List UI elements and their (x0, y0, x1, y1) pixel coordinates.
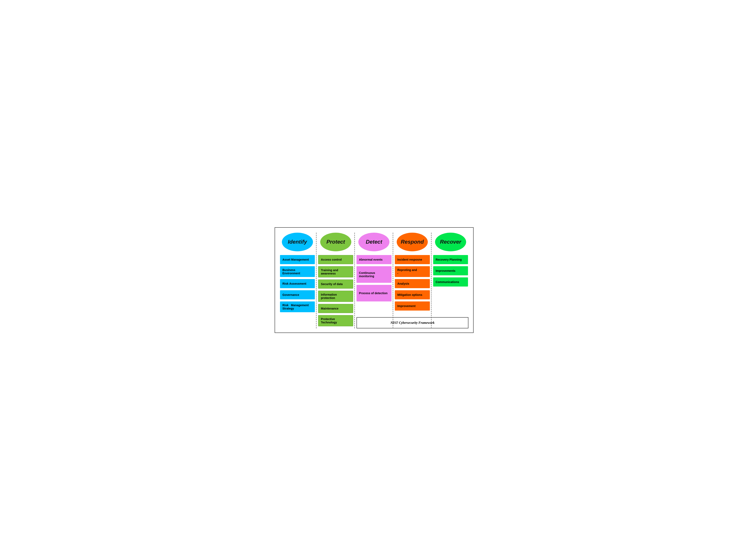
oval-protect: Protect (320, 233, 351, 251)
oval-respond: Respond (397, 233, 428, 251)
card-abnormal-events: Abnormal events (356, 255, 392, 264)
column-identify: Identify Asset Management BusinessEnviro… (278, 233, 317, 328)
card-risk-assessment: Risk Assessment (280, 279, 315, 288)
card-improvement: Improvement (395, 301, 430, 311)
oval-detect: Detect (358, 233, 390, 251)
card-access-control: Access control (318, 255, 353, 264)
card-reporting: Reproting and- (395, 266, 430, 277)
card-training-awareness: Training andawareness (318, 266, 353, 277)
card-security-of-data: Security of data (318, 279, 353, 289)
column-detect: Detect Abnormal events Continuousmonitor… (355, 233, 393, 328)
detect-title: Detect (366, 239, 382, 245)
recover-title: Recover (440, 239, 461, 245)
card-continuous-monitoring: Continuousmonitoring (356, 266, 392, 283)
card-incident-response: Incident resposne (395, 255, 430, 264)
oval-identify: Identify (282, 233, 313, 251)
card-mitigation-options: Mitigation options (395, 290, 430, 299)
card-information-protection: Informationprotection (318, 291, 353, 302)
identify-title: Identify (288, 239, 307, 245)
card-improvements: Improvements (433, 266, 468, 275)
column-protect: Protect Access control Training andaware… (317, 233, 355, 328)
card-analysis: Analysis (395, 279, 430, 288)
column-respond: Respond Incident resposne Reproting and-… (393, 233, 431, 328)
oval-recover: Recover (435, 233, 466, 251)
card-business-environment: BusinessEnvironment (280, 266, 315, 277)
card-protective-technology: ProtectiveTechnology (318, 315, 353, 326)
respond-title: Respond (401, 239, 424, 245)
card-process-of-detection: Process of detection (356, 285, 392, 301)
columns-row: Identify Asset Management BusinessEnviro… (278, 233, 470, 328)
card-communications: Communications (433, 277, 468, 287)
protect-title: Protect (326, 239, 345, 245)
card-recovery-planning: Recovery Planning (433, 255, 468, 264)
column-recover: Recover Recovery Planning Improvements C… (431, 233, 470, 328)
card-governance: Governance (280, 290, 315, 299)
card-risk-management-strategy: Risk ManagementStrategy (280, 301, 315, 312)
card-maintenance: Maintenance (318, 304, 353, 313)
card-asset-management: Asset Management (280, 255, 315, 264)
framework-container: Identify Asset Management BusinessEnviro… (275, 227, 474, 333)
